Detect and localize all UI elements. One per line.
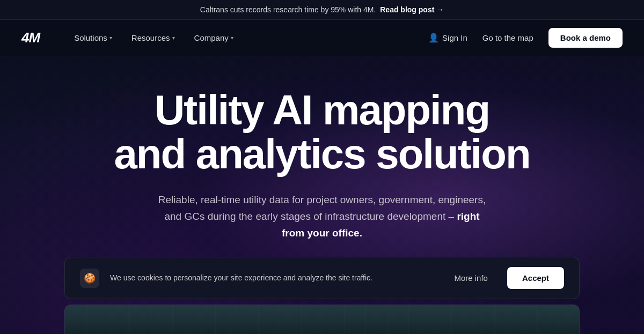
nav-resources-label: Resources [131,33,170,42]
go-to-map-button[interactable]: Go to the map [480,29,536,47]
go-to-map-label: Go to the map [482,33,533,42]
nav-links: Solutions ▾ Resources ▾ Company ▾ [67,29,428,47]
announcement-text: Caltrans cuts records research time by 9… [200,5,376,14]
accept-button[interactable]: Accept [507,267,564,289]
more-info-label: More info [454,273,488,283]
logo[interactable]: 4M [21,29,40,46]
more-info-button[interactable]: More info [445,269,496,287]
nav-company[interactable]: Company ▾ [187,29,241,47]
chevron-down-icon: ▾ [172,35,175,41]
announcement-link[interactable]: Read blog post → [380,5,444,14]
nav-company-label: Company [194,33,229,42]
cookie-text: We use cookies to personalize your site … [110,272,435,284]
cookie-icon: 🍪 [80,269,99,288]
nav-solutions[interactable]: Solutions ▾ [67,29,120,47]
chevron-down-icon: ▾ [231,35,233,41]
hero-title-line1: Utility AI mapping [155,86,489,133]
nav-right: 👤 Sign In Go to the map Book a demo [428,28,623,48]
book-demo-label: Book a demo [560,33,611,42]
sign-in-button[interactable]: 👤 Sign In [428,33,467,43]
nav-solutions-label: Solutions [74,33,107,42]
cookie-banner: 🍪 We use cookies to personalize your sit… [64,257,580,299]
hero-subtitle-plain: Reliable, real-time utility data for pro… [158,194,486,222]
chevron-down-icon: ▾ [109,35,112,41]
hero-subtitle: Reliable, real-time utility data for pro… [156,191,488,242]
announcement-bar: Caltrans cuts records research time by 9… [0,0,644,20]
hero-title-line2: and analytics solution [114,130,530,177]
sign-in-label: Sign In [442,33,467,42]
bottom-preview [64,305,580,334]
preview-inner [65,305,579,334]
hero-section: Utility AI mapping and analytics solutio… [0,56,644,263]
nav-resources[interactable]: Resources ▾ [124,29,182,47]
book-demo-button[interactable]: Book a demo [548,28,623,48]
hero-title: Utility AI mapping and analytics solutio… [21,88,623,176]
person-icon: 👤 [428,33,439,43]
accept-label: Accept [522,273,549,283]
navbar: 4M Solutions ▾ Resources ▾ Company ▾ 👤 S… [0,20,644,56]
